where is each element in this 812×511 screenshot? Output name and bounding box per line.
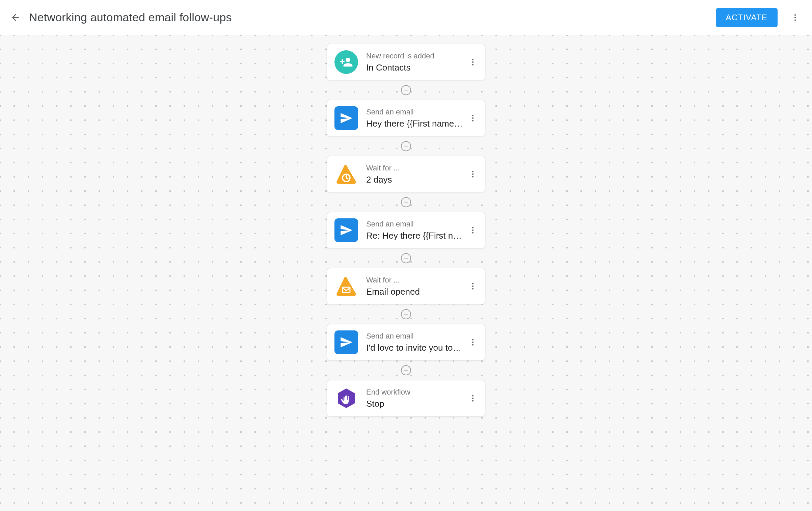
node-label: Send an email	[366, 108, 465, 116]
send-icon	[334, 330, 358, 354]
node-more-button[interactable]	[465, 55, 480, 70]
node-text: New record is added In Contacts	[366, 52, 465, 73]
node-value: Re: Hey there {{First n…	[366, 231, 465, 241]
node-text: Wait for ... 2 days	[366, 164, 465, 185]
header-more-button[interactable]	[788, 10, 803, 25]
workflow-canvas[interactable]: New record is added In Contacts Send an …	[0, 35, 812, 511]
plus-icon	[403, 143, 409, 149]
node-more-button[interactable]	[465, 391, 480, 406]
node-text: Wait for ... Email opened	[366, 276, 465, 297]
node-value: Email opened	[366, 287, 465, 297]
node-trigger-contacts[interactable]: New record is added In Contacts	[327, 44, 485, 80]
node-value: Stop	[366, 399, 465, 409]
node-label: New record is added	[366, 52, 465, 60]
node-wait-2days[interactable]: Wait for ... 2 days	[327, 156, 485, 192]
node-wait-email-opened[interactable]: Wait for ... Email opened	[327, 268, 485, 304]
connector	[401, 136, 411, 156]
add-step-button[interactable]	[401, 253, 411, 263]
add-step-button[interactable]	[401, 85, 411, 95]
person-add-icon	[334, 50, 358, 74]
plus-icon	[403, 87, 409, 93]
connector	[401, 360, 411, 380]
node-more-button[interactable]	[465, 111, 480, 126]
back-button[interactable]	[8, 10, 23, 25]
plus-icon	[403, 255, 409, 261]
add-step-button[interactable]	[401, 141, 411, 151]
node-more-button[interactable]	[465, 279, 480, 294]
node-text: Send an email I'd love to invite you to…	[366, 332, 465, 353]
stop-hand-icon	[334, 386, 358, 410]
node-label: End workflow	[366, 388, 465, 397]
node-label: Wait for ...	[366, 164, 465, 172]
node-end-workflow[interactable]: End workflow Stop	[327, 380, 485, 416]
node-text: Send an email Re: Hey there {{First n…	[366, 220, 465, 241]
node-more-button[interactable]	[465, 223, 480, 238]
connector	[401, 304, 411, 324]
node-send-email-1[interactable]: Send an email Hey there {{First name…	[327, 100, 485, 136]
arrow-left-icon	[10, 12, 21, 23]
wait-mail-icon	[334, 274, 358, 298]
node-value: I'd love to invite you to…	[366, 343, 465, 353]
connector	[401, 248, 411, 268]
add-step-button[interactable]	[401, 197, 411, 207]
node-more-button[interactable]	[465, 167, 480, 182]
node-text: Send an email Hey there {{First name…	[366, 108, 465, 129]
add-step-button[interactable]	[401, 365, 411, 375]
node-value: 2 days	[366, 174, 465, 185]
more-vert-icon	[791, 13, 800, 22]
node-send-email-2[interactable]: Send an email Re: Hey there {{First n…	[327, 212, 485, 248]
node-send-email-3[interactable]: Send an email I'd love to invite you to…	[327, 324, 485, 360]
node-value: Hey there {{First name…	[366, 118, 465, 129]
connector	[401, 80, 411, 100]
plus-icon	[403, 199, 409, 205]
node-more-button[interactable]	[465, 335, 480, 350]
node-label: Send an email	[366, 220, 465, 228]
plus-icon	[403, 367, 409, 373]
wait-clock-icon	[334, 162, 358, 186]
page-title: Networking automated email follow-ups	[29, 11, 716, 24]
send-icon	[334, 218, 358, 242]
node-value: In Contacts	[366, 62, 465, 73]
connector	[401, 192, 411, 212]
activate-button[interactable]: ACTIVATE	[716, 8, 778, 27]
node-label: Send an email	[366, 332, 465, 341]
node-label: Wait for ...	[366, 276, 465, 285]
plus-icon	[403, 311, 409, 317]
add-step-button[interactable]	[401, 309, 411, 319]
send-icon	[334, 106, 358, 130]
workflow-flow: New record is added In Contacts Send an …	[327, 44, 485, 416]
header-bar: Networking automated email follow-ups AC…	[0, 0, 812, 35]
node-text: End workflow Stop	[366, 388, 465, 409]
